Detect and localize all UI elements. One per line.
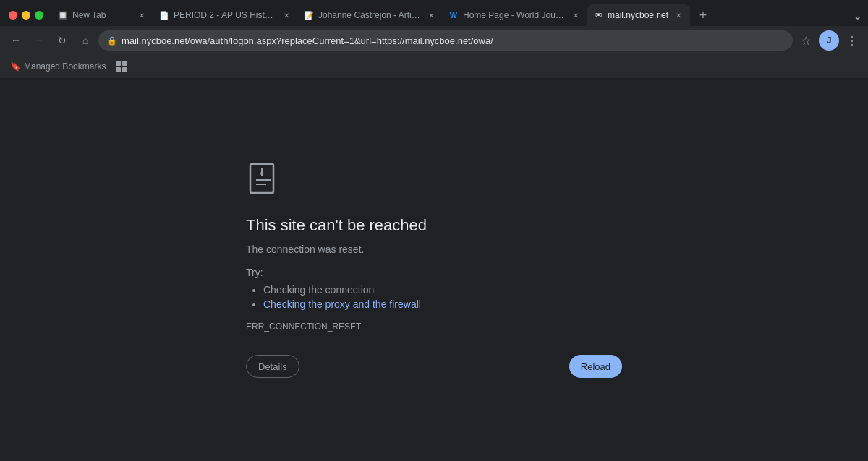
tab-close-ap-history[interactable]: ✕ [281, 9, 292, 21]
address-bar[interactable]: 🔒 mail.nycboe.net/owa/auth/logon.aspx?re… [98, 30, 793, 51]
tab-favicon-mail-nycboe: ✉ [593, 10, 603, 20]
tab-close-new-tab[interactable]: ✕ [136, 9, 148, 21]
traffic-lights [0, 4, 52, 26]
tab-world-journalism[interactable]: W Home Page - World Journalis… ✕ [443, 4, 587, 26]
apps-button[interactable] [116, 61, 127, 72]
try-label: Try: [246, 267, 622, 278]
reload-button[interactable]: Reload [569, 355, 622, 378]
tab-mail-nycboe[interactable]: ✉ mail.nycboe.net ✕ [587, 4, 690, 26]
reload-page-button[interactable]: ↻ [52, 30, 72, 51]
suggestion-proxy: Checking the proxy and the firewall [263, 298, 622, 310]
bookmark-star-button[interactable]: ☆ [796, 30, 816, 51]
error-buttons-row: Details Reload [246, 355, 622, 378]
new-tab-button[interactable]: + [693, 5, 713, 25]
lock-icon: 🔒 [107, 36, 117, 46]
managed-bookmarks-label: Managed Bookmarks [24, 61, 106, 72]
close-window-button[interactable] [9, 11, 17, 20]
tab-favicon-ap-history: 📄 [159, 10, 169, 20]
details-button[interactable]: Details [246, 355, 299, 378]
tab-close-mail-nycboe[interactable]: ✕ [673, 9, 684, 21]
tab-title-johanne: Johanne Castrejon - Article#… [318, 10, 421, 20]
chrome-menu-button[interactable]: ⋮ [842, 30, 862, 51]
minimize-window-button[interactable] [22, 11, 30, 20]
bookmarks-icon: 🔖 [10, 61, 21, 72]
tab-close-johanne[interactable]: ✕ [425, 9, 437, 21]
home-button[interactable]: ⌂ [75, 30, 95, 51]
error-icon [246, 161, 281, 196]
error-subtitle: The connection was reset. [246, 244, 622, 255]
suggestion-connection-text: Checking the connection [263, 284, 374, 296]
error-code: ERR_CONNECTION_RESET [246, 322, 622, 332]
address-text: mail.nycboe.net/owa/auth/logon.aspx?repl… [122, 35, 784, 46]
tab-title-world-journalism: Home Page - World Journalis… [463, 10, 566, 20]
main-content-area: This site can't be reached The connectio… [0, 78, 868, 461]
bookmarks-bar: 🔖 Managed Bookmarks [0, 55, 868, 78]
tab-new-tab[interactable]: 🔲 New Tab ✕ [52, 4, 153, 26]
forward-button[interactable]: → [29, 30, 49, 51]
error-suggestions-list: Checking the connection Checking the pro… [246, 284, 622, 310]
suggestion-connection: Checking the connection [263, 284, 622, 296]
tab-ap-history[interactable]: 📄 PERIOD 2 - AP US History H… ✕ [153, 4, 298, 26]
error-container: This site can't be reached The connectio… [217, 132, 651, 407]
tab-favicon-world-journalism: W [448, 10, 459, 20]
profile-button[interactable]: J [819, 30, 839, 51]
tab-title-ap-history: PERIOD 2 - AP US History H… [174, 10, 276, 20]
back-button[interactable]: ← [6, 30, 26, 51]
proxy-firewall-link[interactable]: Checking the proxy and the firewall [263, 298, 421, 310]
maximize-window-button[interactable] [35, 11, 43, 20]
tab-close-world-journalism[interactable]: ✕ [570, 9, 582, 21]
browser-chrome: 🔲 New Tab ✕ 📄 PERIOD 2 - AP US History H… [0, 0, 868, 78]
tab-title-new-tab: New Tab [72, 10, 132, 20]
tab-title-mail-nycboe: mail.nycboe.net [608, 10, 668, 20]
tab-johanne[interactable]: 📝 Johanne Castrejon - Article#… ✕ [298, 4, 443, 26]
tab-favicon-johanne: 📝 [304, 10, 314, 20]
error-title: This site can't be reached [246, 216, 622, 235]
tab-strip-menu-button[interactable]: ⌄ [853, 9, 862, 22]
navigation-bar: ← → ↻ ⌂ 🔒 mail.nycboe.net/owa/auth/logon… [0, 26, 868, 55]
tab-favicon-new-tab: 🔲 [58, 10, 68, 20]
managed-bookmarks-item[interactable]: 🔖 Managed Bookmarks [6, 59, 110, 74]
